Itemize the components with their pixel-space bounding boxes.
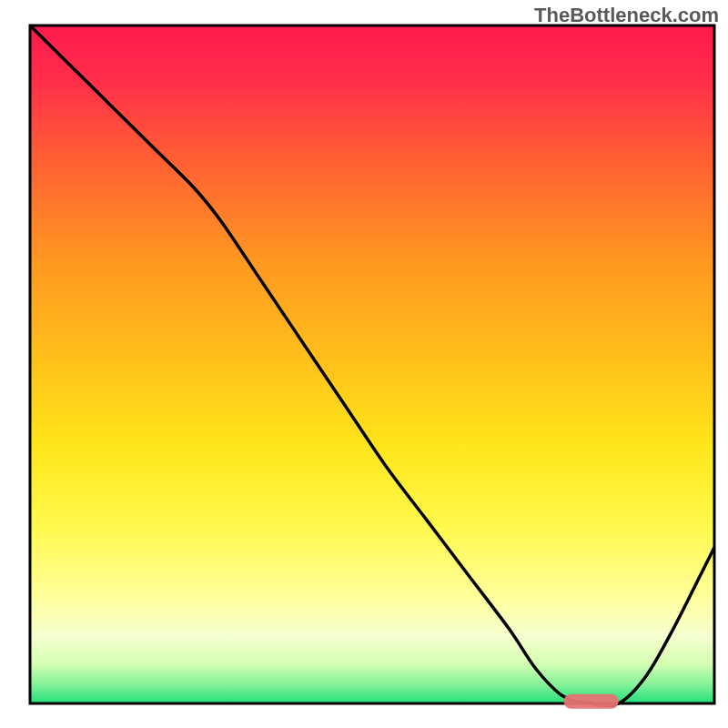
watermark-text: TheBottleneck.com	[534, 4, 719, 27]
chart-container: TheBottleneck.com	[0, 0, 728, 728]
chart-svg	[0, 0, 728, 728]
optimal-marker	[564, 694, 619, 709]
plot-area	[30, 25, 714, 709]
